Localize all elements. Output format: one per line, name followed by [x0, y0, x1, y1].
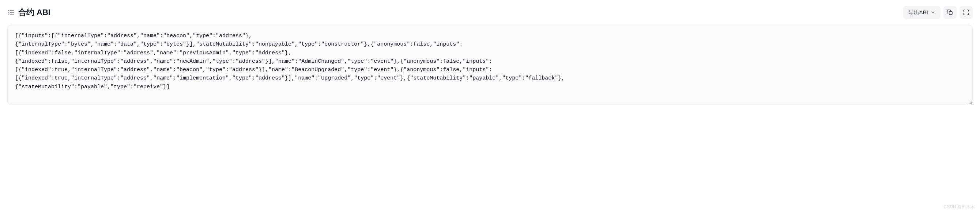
svg-line-4 — [968, 101, 972, 105]
actions: 导出ABI — [903, 6, 973, 19]
resize-handle-icon — [967, 99, 972, 104]
export-abi-label: 导出ABI — [908, 9, 928, 16]
expand-icon — [963, 9, 969, 16]
export-abi-button[interactable]: 导出ABI — [903, 6, 940, 19]
title-wrap: 合约 ABI — [7, 7, 51, 18]
abi-code-box[interactable]: [{"inputs":[{"internalType":"address","n… — [7, 25, 973, 105]
abi-code-content: [{"inputs":[{"internalType":"address","n… — [15, 32, 965, 91]
section-title: 合约 ABI — [18, 7, 51, 18]
copy-icon — [947, 9, 953, 16]
chevron-down-icon — [930, 10, 935, 15]
section-header: 合约 ABI 导出ABI — [7, 6, 973, 19]
svg-line-5 — [970, 103, 972, 105]
svg-rect-3 — [949, 12, 952, 14]
list-icon — [7, 9, 14, 16]
copy-button[interactable] — [943, 6, 956, 19]
fullscreen-button[interactable] — [959, 6, 973, 19]
